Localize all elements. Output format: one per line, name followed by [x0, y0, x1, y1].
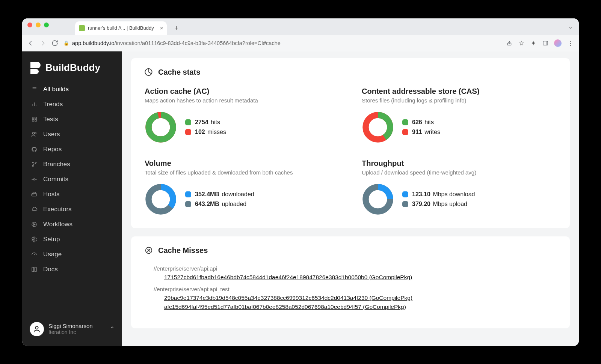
brand-mark-icon	[30, 62, 41, 74]
stat-title: Volume	[145, 159, 339, 168]
legend-download: 123.10 Mbps download	[402, 191, 475, 198]
stat-cas: Content addressable store (CAS) Stores f…	[362, 87, 556, 143]
hard-drive-icon	[30, 191, 38, 197]
card-title: Cache Misses	[158, 246, 208, 255]
sidebar-item-usage[interactable]: Usage	[25, 247, 119, 262]
users-icon	[30, 131, 38, 137]
close-window-button[interactable]	[27, 23, 32, 27]
svg-rect-9	[35, 120, 36, 121]
window-controls	[27, 18, 49, 35]
app: BuildBuddy ≣All builds Trends Tests User…	[22, 51, 579, 346]
stat-volume: Volume Total size of files uploaded & do…	[145, 159, 339, 215]
user-avatar-icon	[30, 322, 44, 336]
user-name: Siggi Simonarson	[48, 323, 93, 329]
sidebar-item-branches[interactable]: Branches	[25, 157, 119, 171]
sidebar-item-commits[interactable]: Commits	[25, 172, 119, 187]
sidebar-item-all-builds[interactable]: ≣All builds	[25, 82, 119, 96]
sidebar-item-setup[interactable]: Setup	[25, 232, 119, 247]
sidebar-user[interactable]: Siggi Simonarson Iteration Inc ⌃	[22, 316, 122, 342]
pie-chart-icon	[145, 68, 153, 76]
stat-title: Content addressable store (CAS)	[362, 87, 556, 96]
svg-line-22	[34, 254, 35, 255]
x-circle-icon	[145, 246, 153, 254]
browser-tab[interactable]: runner's build //... | BuildBuddy ×	[75, 21, 167, 35]
new-tab-button[interactable]: +	[171, 23, 182, 34]
sidebar-item-hosts[interactable]: Hosts	[25, 187, 119, 202]
sidebar-item-tests[interactable]: Tests	[25, 112, 119, 126]
stat-subtitle: Maps action hashes to action result meta…	[145, 97, 339, 104]
svg-point-11	[35, 132, 36, 134]
stat-subtitle: Stores files (including logs & profiling…	[362, 97, 556, 104]
svg-point-23	[35, 326, 38, 329]
profile-avatar-icon[interactable]	[554, 39, 562, 47]
sidebar-item-trends[interactable]: Trends	[25, 97, 119, 111]
donut-chart	[145, 183, 177, 215]
svg-point-15	[33, 179, 35, 180]
cache-stats-card: Cache stats Action cache (AC) Maps actio…	[131, 58, 570, 228]
grid-icon	[30, 116, 38, 122]
sidebar-item-executors[interactable]: Executors	[25, 202, 119, 217]
sidebar-item-label: Users	[43, 131, 60, 138]
sidebar-item-workflows[interactable]: Workflows	[25, 217, 119, 232]
legend-uploaded: 643.2MB uploaded	[185, 201, 254, 208]
legend-hits: 626 hits	[402, 119, 440, 126]
svg-point-10	[32, 132, 34, 134]
reload-button[interactable]	[51, 40, 58, 47]
cache-misses-card: Cache Misses //enterprise/server/api:api…	[131, 236, 570, 328]
legend-misses: 102 misses	[185, 129, 226, 135]
sidebar-item-repos[interactable]: Repos	[25, 142, 119, 156]
book-icon	[30, 266, 38, 272]
back-button[interactable]	[27, 40, 34, 47]
svg-point-25	[148, 115, 173, 139]
sidebar-item-label: Workflows	[43, 221, 72, 228]
miss-target-path: //enterprise/server/api:api	[154, 265, 556, 272]
lock-icon: 🔒	[63, 41, 69, 46]
share-icon[interactable]	[506, 40, 513, 47]
maximize-window-button[interactable]	[44, 23, 49, 27]
cache-miss-link[interactable]: 29bac9e17374e3db19d548c055a34e327388cc69…	[164, 295, 556, 301]
tab-close-icon[interactable]: ×	[160, 25, 163, 31]
stat-title: Action cache (AC)	[145, 87, 339, 96]
sidebar-item-label: Usage	[43, 251, 62, 258]
bookmark-icon[interactable]: ☆	[518, 40, 525, 47]
swatch-icon	[185, 129, 191, 135]
sidebar-item-docs[interactable]: Docs	[25, 262, 119, 277]
miss-target-path: //enterprise/server/api:api_test	[154, 286, 556, 292]
svg-rect-8	[32, 120, 33, 121]
svg-rect-6	[32, 117, 33, 119]
kebab-menu-icon[interactable]: ⋮	[567, 40, 574, 47]
legend-upload: 379.20 Mbps upload	[402, 201, 475, 208]
brand-logo[interactable]: BuildBuddy	[22, 57, 122, 82]
url-bar[interactable]: 🔒 app.buildbuddy.io/invocation/a01116c9-…	[63, 40, 501, 46]
swatch-icon	[402, 129, 408, 135]
minimize-window-button[interactable]	[36, 23, 41, 27]
browser-window: runner's build //... | BuildBuddy × + ⌄ …	[22, 18, 579, 346]
tab-strip: runner's build //... | BuildBuddy × + ⌄	[22, 18, 579, 35]
stat-action-cache: Action cache (AC) Maps action hashes to …	[145, 87, 339, 143]
legend-downloaded: 352.4MB downloaded	[185, 191, 254, 198]
donut-chart	[145, 111, 177, 143]
forward-button[interactable]	[39, 40, 46, 47]
card-title: Cache stats	[158, 68, 200, 77]
sidebar-item-label: Hosts	[43, 191, 59, 198]
extensions-icon[interactable]: ✦	[530, 40, 537, 47]
side-panel-icon[interactable]	[542, 40, 549, 47]
favicon-icon	[79, 25, 85, 31]
bar-chart-icon	[30, 101, 38, 107]
svg-point-14	[35, 162, 36, 163]
cache-miss-link[interactable]: afc15d694faf495ed51d77afb01baf067b0ee825…	[164, 304, 556, 310]
sidebar-item-label: Tests	[43, 116, 58, 123]
list-icon: ≣	[30, 86, 38, 93]
stat-subtitle: Upload / download speed (time-weighted a…	[362, 169, 556, 176]
sidebar-item-label: Executors	[43, 206, 72, 213]
browser-toolbar: 🔒 app.buildbuddy.io/invocation/a01116c9-…	[22, 35, 579, 51]
svg-point-19	[33, 194, 33, 195]
cache-miss-link[interactable]: 171527cbd61fbadb16e46bdb74c5844d1dae46f2…	[164, 274, 556, 281]
tab-title: runner's build //... | BuildBuddy	[88, 25, 154, 31]
sidebar-item-users[interactable]: Users	[25, 127, 119, 141]
tab-list-dropdown-icon[interactable]: ⌄	[568, 24, 573, 30]
svg-point-13	[32, 165, 33, 166]
user-org: Iteration Inc	[48, 329, 93, 335]
sidebar: BuildBuddy ≣All builds Trends Tests User…	[22, 51, 122, 346]
main-content: Cache stats Action cache (AC) Maps actio…	[122, 51, 579, 346]
